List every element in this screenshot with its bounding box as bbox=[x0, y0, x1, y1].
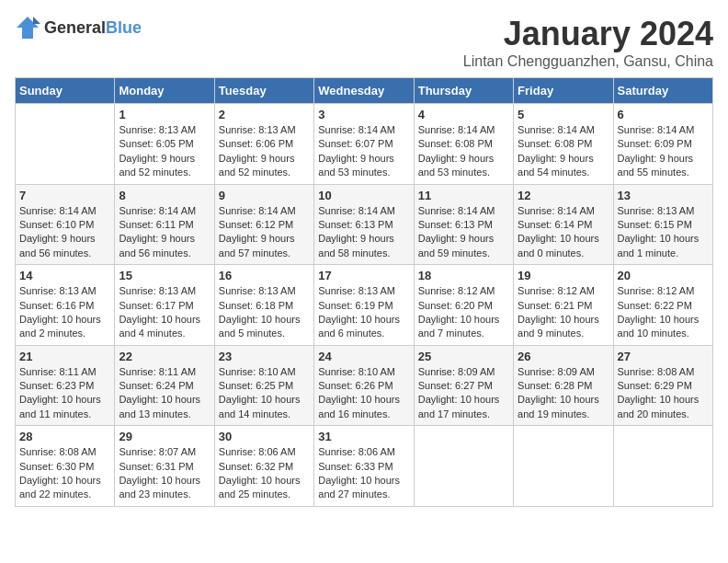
calendar-cell: 13Sunrise: 8:13 AMSunset: 6:15 PMDayligh… bbox=[613, 184, 712, 265]
day-number: 9 bbox=[219, 189, 310, 202]
week-row-2: 7Sunrise: 8:14 AMSunset: 6:10 PMDaylight… bbox=[16, 184, 713, 265]
column-header-tuesday: Tuesday bbox=[214, 78, 313, 104]
day-info: Sunrise: 8:09 AMSunset: 6:27 PMDaylight:… bbox=[418, 365, 509, 422]
day-number: 3 bbox=[318, 108, 409, 121]
day-number: 1 bbox=[119, 108, 210, 121]
calendar-cell: 19Sunrise: 8:12 AMSunset: 6:21 PMDayligh… bbox=[514, 265, 613, 346]
day-info: Sunrise: 8:14 AMSunset: 6:08 PMDaylight:… bbox=[418, 123, 509, 180]
calendar-cell: 23Sunrise: 8:10 AMSunset: 6:25 PMDayligh… bbox=[214, 345, 313, 426]
day-info: Sunrise: 8:13 AMSunset: 6:17 PMDaylight:… bbox=[119, 284, 210, 341]
calendar-cell: 26Sunrise: 8:09 AMSunset: 6:28 PMDayligh… bbox=[514, 345, 613, 426]
day-info: Sunrise: 8:13 AMSunset: 6:05 PMDaylight:… bbox=[119, 123, 210, 180]
day-number: 31 bbox=[318, 430, 409, 443]
column-header-friday: Friday bbox=[514, 78, 613, 104]
day-number: 27 bbox=[618, 350, 709, 363]
day-info: Sunrise: 8:14 AMSunset: 6:13 PMDaylight:… bbox=[418, 204, 509, 261]
day-info: Sunrise: 8:13 AMSunset: 6:06 PMDaylight:… bbox=[219, 123, 310, 180]
day-info: Sunrise: 8:07 AMSunset: 6:31 PMDaylight:… bbox=[119, 445, 210, 502]
day-number: 4 bbox=[418, 108, 509, 121]
day-info: Sunrise: 8:13 AMSunset: 6:18 PMDaylight:… bbox=[219, 284, 310, 341]
week-row-5: 28Sunrise: 8:08 AMSunset: 6:30 PMDayligh… bbox=[16, 426, 713, 507]
day-number: 28 bbox=[19, 430, 110, 443]
logo-icon bbox=[15, 15, 40, 40]
day-info: Sunrise: 8:10 AMSunset: 6:26 PMDaylight:… bbox=[318, 365, 409, 422]
day-number: 21 bbox=[19, 350, 110, 363]
column-header-wednesday: Wednesday bbox=[314, 78, 414, 104]
day-info: Sunrise: 8:12 AMSunset: 6:21 PMDaylight:… bbox=[518, 284, 609, 341]
calendar-cell: 6Sunrise: 8:14 AMSunset: 6:09 PMDaylight… bbox=[613, 104, 712, 185]
day-info: Sunrise: 8:10 AMSunset: 6:25 PMDaylight:… bbox=[219, 365, 310, 422]
title-section: January 2024 Lintan Chengguanzhen, Gansu… bbox=[463, 15, 713, 70]
day-info: Sunrise: 8:14 AMSunset: 6:11 PMDaylight:… bbox=[119, 204, 210, 261]
day-info: Sunrise: 8:09 AMSunset: 6:28 PMDaylight:… bbox=[518, 365, 609, 422]
day-info: Sunrise: 8:14 AMSunset: 6:14 PMDaylight:… bbox=[518, 204, 609, 261]
calendar-cell: 27Sunrise: 8:08 AMSunset: 6:29 PMDayligh… bbox=[613, 345, 712, 426]
day-info: Sunrise: 8:08 AMSunset: 6:30 PMDaylight:… bbox=[19, 445, 110, 502]
day-info: Sunrise: 8:14 AMSunset: 6:12 PMDaylight:… bbox=[219, 204, 310, 261]
subtitle: Lintan Chengguanzhen, Gansu, China bbox=[463, 53, 713, 70]
day-info: Sunrise: 8:13 AMSunset: 6:15 PMDaylight:… bbox=[618, 204, 709, 261]
calendar-cell: 1Sunrise: 8:13 AMSunset: 6:05 PMDaylight… bbox=[115, 104, 214, 185]
day-number: 20 bbox=[618, 269, 709, 282]
calendar-cell: 10Sunrise: 8:14 AMSunset: 6:13 PMDayligh… bbox=[314, 184, 414, 265]
page-header: GeneralBlue January 2024 Lintan Chenggua… bbox=[15, 15, 713, 70]
day-number: 16 bbox=[219, 269, 310, 282]
day-number: 5 bbox=[518, 108, 609, 121]
header-row: SundayMondayTuesdayWednesdayThursdayFrid… bbox=[16, 78, 713, 104]
calendar-cell: 2Sunrise: 8:13 AMSunset: 6:06 PMDaylight… bbox=[214, 104, 313, 185]
day-number: 25 bbox=[418, 350, 509, 363]
column-header-monday: Monday bbox=[115, 78, 214, 104]
week-row-3: 14Sunrise: 8:13 AMSunset: 6:16 PMDayligh… bbox=[16, 265, 713, 346]
calendar-cell: 11Sunrise: 8:14 AMSunset: 6:13 PMDayligh… bbox=[414, 184, 513, 265]
day-info: Sunrise: 8:11 AMSunset: 6:23 PMDaylight:… bbox=[19, 365, 110, 422]
day-number: 24 bbox=[318, 350, 409, 363]
day-number: 7 bbox=[19, 189, 110, 202]
calendar-cell: 9Sunrise: 8:14 AMSunset: 6:12 PMDaylight… bbox=[214, 184, 313, 265]
day-info: Sunrise: 8:13 AMSunset: 6:16 PMDaylight:… bbox=[19, 284, 110, 341]
day-info: Sunrise: 8:11 AMSunset: 6:24 PMDaylight:… bbox=[119, 365, 210, 422]
svg-marker-1 bbox=[33, 17, 40, 24]
calendar-cell: 7Sunrise: 8:14 AMSunset: 6:10 PMDaylight… bbox=[16, 184, 115, 265]
day-number: 19 bbox=[518, 269, 609, 282]
day-number: 26 bbox=[518, 350, 609, 363]
day-number: 10 bbox=[318, 189, 409, 202]
calendar-cell: 29Sunrise: 8:07 AMSunset: 6:31 PMDayligh… bbox=[115, 426, 214, 507]
calendar-cell: 18Sunrise: 8:12 AMSunset: 6:20 PMDayligh… bbox=[414, 265, 513, 346]
calendar-cell: 15Sunrise: 8:13 AMSunset: 6:17 PMDayligh… bbox=[115, 265, 214, 346]
calendar-cell bbox=[613, 426, 712, 507]
day-info: Sunrise: 8:14 AMSunset: 6:09 PMDaylight:… bbox=[618, 123, 709, 180]
calendar-cell: 17Sunrise: 8:13 AMSunset: 6:19 PMDayligh… bbox=[314, 265, 414, 346]
day-info: Sunrise: 8:14 AMSunset: 6:07 PMDaylight:… bbox=[318, 123, 409, 180]
day-number: 15 bbox=[119, 269, 210, 282]
calendar-cell: 4Sunrise: 8:14 AMSunset: 6:08 PMDaylight… bbox=[414, 104, 513, 185]
calendar-cell: 16Sunrise: 8:13 AMSunset: 6:18 PMDayligh… bbox=[214, 265, 313, 346]
calendar-cell bbox=[514, 426, 613, 507]
day-number: 12 bbox=[518, 189, 609, 202]
day-number: 6 bbox=[618, 108, 709, 121]
day-info: Sunrise: 8:14 AMSunset: 6:10 PMDaylight:… bbox=[19, 204, 110, 261]
week-row-4: 21Sunrise: 8:11 AMSunset: 6:23 PMDayligh… bbox=[16, 345, 713, 426]
day-info: Sunrise: 8:13 AMSunset: 6:19 PMDaylight:… bbox=[318, 284, 409, 341]
day-number: 17 bbox=[318, 269, 409, 282]
calendar-cell: 5Sunrise: 8:14 AMSunset: 6:08 PMDaylight… bbox=[514, 104, 613, 185]
calendar-table: SundayMondayTuesdayWednesdayThursdayFrid… bbox=[15, 77, 713, 507]
week-row-1: 1Sunrise: 8:13 AMSunset: 6:05 PMDaylight… bbox=[16, 104, 713, 185]
logo: GeneralBlue bbox=[15, 15, 142, 40]
calendar-cell bbox=[16, 104, 115, 185]
calendar-cell: 20Sunrise: 8:12 AMSunset: 6:22 PMDayligh… bbox=[613, 265, 712, 346]
calendar-cell: 14Sunrise: 8:13 AMSunset: 6:16 PMDayligh… bbox=[16, 265, 115, 346]
day-number: 29 bbox=[119, 430, 210, 443]
day-info: Sunrise: 8:06 AMSunset: 6:33 PMDaylight:… bbox=[318, 445, 409, 502]
calendar-cell: 12Sunrise: 8:14 AMSunset: 6:14 PMDayligh… bbox=[514, 184, 613, 265]
logo-blue-text: Blue bbox=[106, 18, 142, 37]
day-info: Sunrise: 8:14 AMSunset: 6:08 PMDaylight:… bbox=[518, 123, 609, 180]
calendar-cell: 22Sunrise: 8:11 AMSunset: 6:24 PMDayligh… bbox=[115, 345, 214, 426]
calendar-cell bbox=[414, 426, 513, 507]
day-number: 11 bbox=[418, 189, 509, 202]
calendar-cell: 21Sunrise: 8:11 AMSunset: 6:23 PMDayligh… bbox=[16, 345, 115, 426]
calendar-cell: 24Sunrise: 8:10 AMSunset: 6:26 PMDayligh… bbox=[314, 345, 414, 426]
day-number: 2 bbox=[219, 108, 310, 121]
day-number: 13 bbox=[618, 189, 709, 202]
day-number: 30 bbox=[219, 430, 310, 443]
day-info: Sunrise: 8:14 AMSunset: 6:13 PMDaylight:… bbox=[318, 204, 409, 261]
